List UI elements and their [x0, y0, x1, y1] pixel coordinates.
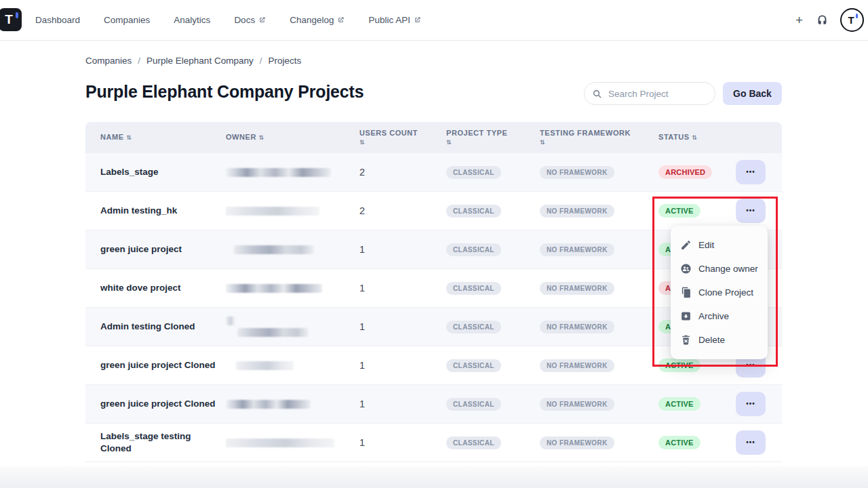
clone-project-icon	[680, 287, 692, 298]
menu-item-label: Delete	[698, 335, 725, 345]
nav-item-dashboard[interactable]: Dashboard	[35, 15, 80, 25]
redacted-owner-name	[226, 400, 311, 409]
menu-item-edit[interactable]: Edit	[671, 233, 768, 257]
nav-item-docs[interactable]: Docs	[234, 15, 266, 25]
nav-item-analytics[interactable]: Analytics	[174, 15, 210, 25]
project-owner	[226, 284, 359, 293]
nav-item-companies[interactable]: Companies	[104, 15, 150, 25]
external-link-icon	[258, 16, 266, 24]
nav-item-label: Docs	[234, 15, 255, 25]
search-icon	[592, 89, 602, 99]
column-header-testing-framework[interactable]: TESTING FRAMEWORK ⇅	[540, 129, 658, 147]
project-name: Labels_stage	[100, 166, 226, 178]
testing-framework-badge: NO FRAMEWORK	[540, 398, 614, 411]
go-back-button[interactable]: Go Back	[723, 82, 782, 105]
main-nav: DashboardCompaniesAnalyticsDocsChangelog…	[35, 0, 421, 40]
ellipsis-icon: •••	[746, 362, 755, 369]
testing-framework-badge: NO FRAMEWORK	[540, 321, 614, 333]
breadcrumb-projects: Projects	[268, 56, 301, 66]
ellipsis-icon: •••	[746, 169, 755, 176]
avatar-tick	[856, 14, 858, 18]
column-header-status[interactable]: STATUS ⇅	[658, 133, 734, 142]
redacted-owner-name	[226, 439, 334, 447]
project-name: Admin testing Cloned	[100, 321, 226, 333]
project-type-badge: CLASSICAL	[446, 282, 501, 295]
menu-item-label: Change owner	[698, 264, 758, 274]
sort-icon: ⇅	[259, 134, 264, 141]
testing-framework-badge: NO FRAMEWORK	[540, 436, 614, 449]
nav-item-label: Public API	[368, 15, 410, 25]
row-actions-button[interactable]: •••	[736, 199, 766, 223]
menu-item-label: Clone Project	[698, 287, 753, 298]
table-header: NAME ⇅OWNER ⇅USERS COUNT ⇅PROJECT TYPE ⇅…	[85, 122, 782, 153]
menu-item-clone-project[interactable]: Clone Project	[671, 281, 768, 304]
users-count: 1	[359, 360, 446, 371]
app-logo[interactable]: T	[0, 8, 22, 31]
project-type-badge: CLASSICAL	[446, 321, 501, 333]
column-header-name[interactable]: NAME ⇅	[100, 133, 226, 142]
nav-item-label: Dashboard	[35, 15, 80, 25]
redacted-owner-name	[234, 245, 314, 254]
row-actions-button[interactable]: •••	[736, 392, 766, 416]
table-row: Labels_stage2CLASSICALNO FRAMEWORKARCHIV…	[85, 153, 782, 192]
project-name: white dove project	[100, 282, 226, 294]
status-badge: ACTIVE	[658, 204, 701, 218]
column-header-owner[interactable]: OWNER ⇅	[226, 133, 359, 142]
column-label: TESTING FRAMEWORK	[540, 129, 631, 137]
nav-item-label: Companies	[104, 15, 150, 25]
row-actions-button[interactable]: •••	[736, 160, 766, 184]
nav-item-changelog[interactable]: Changelog	[290, 15, 344, 25]
users-count: 1	[359, 399, 446, 409]
support-button[interactable]	[816, 14, 829, 26]
project-type-badge: CLASSICAL	[446, 205, 501, 218]
project-name: green juice project Cloned	[100, 398, 226, 410]
project-type-badge: CLASSICAL	[446, 436, 501, 449]
avatar[interactable]: T	[840, 8, 864, 32]
redacted-owner-name	[226, 207, 319, 216]
sort-icon: ⇅	[126, 134, 132, 141]
add-button[interactable]: +	[794, 14, 804, 26]
ellipsis-icon: •••	[746, 439, 755, 446]
project-name: green juice project Cloned	[100, 359, 226, 371]
archive-icon	[680, 310, 692, 322]
nav-item-public-api[interactable]: Public API	[368, 15, 421, 25]
sort-icon: ⇅	[692, 134, 697, 141]
testing-framework-badge: NO FRAMEWORK	[540, 166, 614, 179]
change-owner-icon	[680, 263, 692, 274]
search-box	[584, 82, 715, 105]
testing-framework-badge: NO FRAMEWORK	[540, 282, 614, 295]
row-actions-button[interactable]: •••	[736, 430, 766, 455]
menu-item-label: Edit	[698, 240, 714, 250]
page-bottom-band	[0, 466, 868, 488]
users-count: 1	[359, 321, 446, 332]
external-link-icon	[337, 16, 344, 24]
status-badge: ACTIVE	[658, 397, 701, 411]
column-header-project-type[interactable]: PROJECT TYPE ⇅	[446, 129, 540, 147]
users-count: 2	[359, 167, 446, 178]
menu-item-label: Archive	[698, 311, 729, 321]
users-count: 1	[359, 437, 446, 448]
menu-item-change-owner[interactable]: Change owner	[671, 257, 768, 281]
search-input[interactable]	[607, 88, 707, 100]
project-owner	[226, 400, 359, 409]
project-type-badge: CLASSICAL	[446, 166, 501, 179]
menu-item-archive[interactable]: Archive	[671, 304, 768, 328]
redacted-owner-name	[237, 328, 309, 337]
project-type-badge: CLASSICAL	[446, 243, 501, 256]
menu-item-delete[interactable]: Delete	[671, 328, 768, 352]
status-badge: ACTIVE	[658, 436, 701, 449]
table-row: Labels_stage testing Cloned1CLASSICALNO …	[85, 424, 782, 462]
project-name: Labels_stage testing Cloned	[100, 430, 226, 455]
users-count: 1	[359, 244, 446, 255]
column-label: STATUS	[658, 133, 692, 141]
testing-framework-badge: NO FRAMEWORK	[540, 359, 614, 372]
nav-item-label: Analytics	[174, 15, 210, 25]
avatar-letter: T	[848, 14, 854, 26]
redacted-owner-name	[236, 361, 294, 370]
project-owner	[226, 317, 359, 337]
breadcrumb-company[interactable]: Purple Elephant Company	[146, 56, 254, 66]
headset-icon	[816, 14, 829, 26]
breadcrumb-companies[interactable]: Companies	[85, 56, 132, 66]
sort-icon: ⇅	[446, 138, 533, 147]
column-header-users-count[interactable]: USERS COUNT ⇅	[359, 129, 446, 147]
